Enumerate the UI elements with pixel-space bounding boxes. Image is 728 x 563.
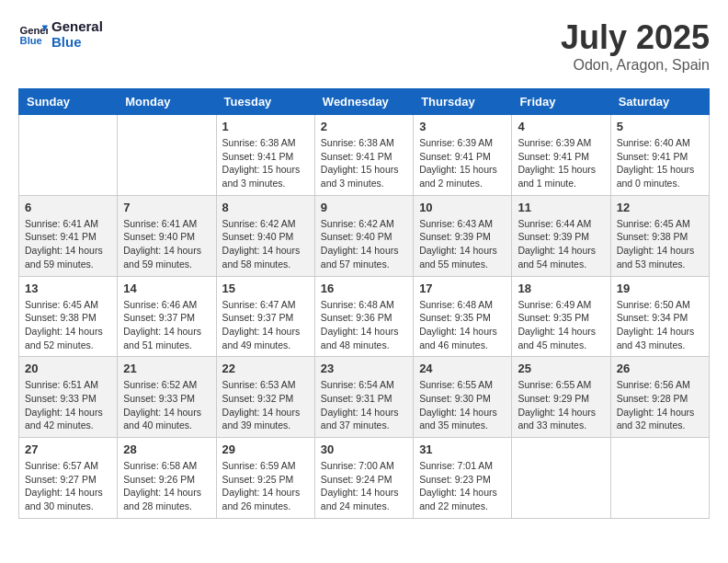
day-info: Sunrise: 6:55 AMSunset: 9:29 PMDaylight:… [518,378,604,432]
day-info: Sunrise: 6:48 AMSunset: 9:35 PMDaylight:… [419,298,506,352]
weekday-header: Saturday [610,89,709,115]
day-number: 20 [25,362,111,375]
calendar-cell: 27Sunrise: 6:57 AMSunset: 9:27 PMDayligh… [19,438,118,519]
day-number: 25 [518,362,604,375]
day-info: Sunrise: 6:52 AMSunset: 9:33 PMDaylight:… [123,378,210,432]
day-number: 10 [419,201,506,214]
calendar-cell: 12Sunrise: 6:45 AMSunset: 9:38 PMDayligh… [610,195,709,276]
day-info: Sunrise: 6:43 AMSunset: 9:39 PMDaylight:… [419,217,506,271]
calendar-cell: 15Sunrise: 6:47 AMSunset: 9:37 PMDayligh… [216,276,314,357]
calendar-cell: 2Sunrise: 6:38 AMSunset: 9:41 PMDaylight… [314,115,413,196]
calendar-cell: 13Sunrise: 6:45 AMSunset: 9:38 PMDayligh… [19,276,118,357]
calendar-week-row: 20Sunrise: 6:51 AMSunset: 9:33 PMDayligh… [19,357,710,438]
day-number: 24 [419,362,506,375]
day-info: Sunrise: 7:01 AMSunset: 9:23 PMDaylight:… [419,459,506,513]
calendar-cell: 17Sunrise: 6:48 AMSunset: 9:35 PMDayligh… [414,276,512,357]
calendar-cell: 20Sunrise: 6:51 AMSunset: 9:33 PMDayligh… [19,357,118,438]
calendar-week-row: 1Sunrise: 6:38 AMSunset: 9:41 PMDaylight… [19,115,710,196]
day-info: Sunrise: 6:55 AMSunset: 9:30 PMDaylight:… [419,378,506,432]
logo: General Blue General Blue [18,18,103,50]
calendar-cell: 18Sunrise: 6:49 AMSunset: 9:35 PMDayligh… [512,276,610,357]
calendar-week-row: 6Sunrise: 6:41 AMSunset: 9:41 PMDaylight… [19,195,710,276]
calendar-cell: 4Sunrise: 6:39 AMSunset: 9:41 PMDaylight… [512,115,610,196]
day-info: Sunrise: 6:42 AMSunset: 9:40 PMDaylight:… [222,217,309,271]
day-number: 7 [123,201,210,214]
day-info: Sunrise: 6:44 AMSunset: 9:39 PMDaylight:… [518,217,604,271]
weekday-header: Sunday [19,89,118,115]
day-number: 19 [617,282,703,295]
day-number: 2 [321,120,407,133]
day-info: Sunrise: 6:41 AMSunset: 9:41 PMDaylight:… [25,217,111,271]
day-info: Sunrise: 6:38 AMSunset: 9:41 PMDaylight:… [321,136,407,190]
day-number: 17 [419,282,506,295]
day-number: 18 [518,282,604,295]
calendar-cell: 19Sunrise: 6:50 AMSunset: 9:34 PMDayligh… [610,276,709,357]
calendar-cell: 5Sunrise: 6:40 AMSunset: 9:41 PMDaylight… [610,115,709,196]
calendar-cell: 8Sunrise: 6:42 AMSunset: 9:40 PMDaylight… [216,195,314,276]
day-number: 13 [25,282,111,295]
day-number: 12 [617,201,703,214]
day-number: 26 [617,362,703,375]
svg-text:Blue: Blue [20,35,42,46]
day-number: 28 [123,442,210,456]
day-number: 30 [321,442,407,456]
logo-line2: Blue [51,34,103,50]
day-info: Sunrise: 6:48 AMSunset: 9:36 PMDaylight:… [321,298,407,352]
calendar-cell: 1Sunrise: 6:38 AMSunset: 9:41 PMDaylight… [216,115,314,196]
location: Odon, Aragon, Spain [561,57,710,74]
calendar-cell: 24Sunrise: 6:55 AMSunset: 9:30 PMDayligh… [414,357,512,438]
day-number: 3 [419,120,506,133]
day-number: 14 [123,282,210,295]
day-info: Sunrise: 6:39 AMSunset: 9:41 PMDaylight:… [518,136,604,190]
calendar-cell: 16Sunrise: 6:48 AMSunset: 9:36 PMDayligh… [314,276,413,357]
day-info: Sunrise: 6:39 AMSunset: 9:41 PMDaylight:… [419,136,506,190]
calendar-cell: 28Sunrise: 6:58 AMSunset: 9:26 PMDayligh… [118,438,216,519]
day-info: Sunrise: 6:38 AMSunset: 9:41 PMDaylight:… [222,136,309,190]
day-info: Sunrise: 6:45 AMSunset: 9:38 PMDaylight:… [617,217,703,271]
page-header: General Blue General Blue July 2025 Odon… [18,18,710,74]
day-number: 16 [321,282,407,295]
day-number: 22 [222,362,309,375]
day-number: 9 [321,201,407,214]
calendar-cell: 14Sunrise: 6:46 AMSunset: 9:37 PMDayligh… [118,276,216,357]
calendar-cell [19,115,118,196]
calendar-cell: 22Sunrise: 6:53 AMSunset: 9:32 PMDayligh… [216,357,314,438]
calendar-cell: 9Sunrise: 6:42 AMSunset: 9:40 PMDaylight… [314,195,413,276]
day-number: 27 [25,442,111,456]
calendar-week-row: 27Sunrise: 6:57 AMSunset: 9:27 PMDayligh… [19,438,710,519]
day-info: Sunrise: 6:47 AMSunset: 9:37 PMDaylight:… [222,298,309,352]
calendar-table: SundayMondayTuesdayWednesdayThursdayFrid… [18,88,710,519]
calendar-cell: 11Sunrise: 6:44 AMSunset: 9:39 PMDayligh… [512,195,610,276]
day-number: 29 [222,442,309,456]
day-info: Sunrise: 6:53 AMSunset: 9:32 PMDaylight:… [222,378,309,432]
day-info: Sunrise: 6:56 AMSunset: 9:28 PMDaylight:… [617,378,703,432]
day-number: 31 [419,442,506,456]
calendar-cell: 10Sunrise: 6:43 AMSunset: 9:39 PMDayligh… [414,195,512,276]
day-info: Sunrise: 6:54 AMSunset: 9:31 PMDaylight:… [321,378,407,432]
title-block: July 2025 Odon, Aragon, Spain [561,18,710,74]
month-title: July 2025 [561,18,710,57]
calendar-cell: 25Sunrise: 6:55 AMSunset: 9:29 PMDayligh… [512,357,610,438]
calendar-cell: 26Sunrise: 6:56 AMSunset: 9:28 PMDayligh… [610,357,709,438]
calendar-cell: 21Sunrise: 6:52 AMSunset: 9:33 PMDayligh… [118,357,216,438]
weekday-header: Thursday [414,89,512,115]
day-info: Sunrise: 6:45 AMSunset: 9:38 PMDaylight:… [25,298,111,352]
calendar-cell: 29Sunrise: 6:59 AMSunset: 9:25 PMDayligh… [216,438,314,519]
day-info: Sunrise: 6:41 AMSunset: 9:40 PMDaylight:… [123,217,210,271]
weekday-header: Wednesday [314,89,413,115]
day-info: Sunrise: 6:51 AMSunset: 9:33 PMDaylight:… [25,378,111,432]
calendar-week-row: 13Sunrise: 6:45 AMSunset: 9:38 PMDayligh… [19,276,710,357]
calendar-cell [610,438,709,519]
day-number: 8 [222,201,309,214]
day-info: Sunrise: 6:59 AMSunset: 9:25 PMDaylight:… [222,459,309,513]
weekday-header: Friday [512,89,610,115]
calendar-cell: 7Sunrise: 6:41 AMSunset: 9:40 PMDaylight… [118,195,216,276]
day-info: Sunrise: 6:40 AMSunset: 9:41 PMDaylight:… [617,136,703,190]
day-info: Sunrise: 6:46 AMSunset: 9:37 PMDaylight:… [123,298,210,352]
day-info: Sunrise: 6:49 AMSunset: 9:35 PMDaylight:… [518,298,604,352]
day-info: Sunrise: 6:57 AMSunset: 9:27 PMDaylight:… [25,459,111,513]
day-number: 4 [518,120,604,133]
day-number: 23 [321,362,407,375]
day-number: 5 [617,120,703,133]
day-info: Sunrise: 6:42 AMSunset: 9:40 PMDaylight:… [321,217,407,271]
